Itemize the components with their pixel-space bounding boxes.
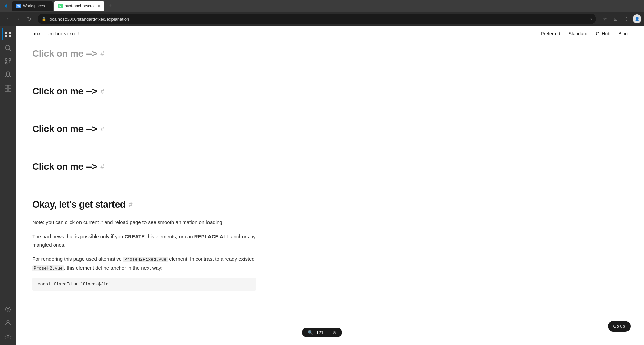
sidebar-item-remote[interactable] bbox=[2, 303, 14, 315]
svg-point-3 bbox=[9, 59, 11, 61]
anchor-link-4[interactable]: # bbox=[100, 163, 104, 171]
anchor-link-1[interactable]: # bbox=[100, 50, 104, 58]
note-text: Note: you can click on current # and rel… bbox=[32, 218, 256, 227]
address-dropdown-icon[interactable]: ▾ bbox=[590, 17, 592, 21]
paragraph-2: For rendering this page used alternative… bbox=[32, 255, 256, 272]
nav-github[interactable]: GitHub bbox=[595, 31, 610, 36]
section-heading-4: Click on me --> # bbox=[32, 161, 256, 172]
svg-point-12 bbox=[7, 335, 9, 337]
browser-chrome: W Workspaces N nuxt-anchorscroll × + ‹ ›… bbox=[0, 0, 644, 26]
section-heading-2: Click on me --> # bbox=[32, 86, 256, 97]
svg-point-11 bbox=[7, 320, 9, 323]
reload-button[interactable]: ↻ bbox=[24, 14, 34, 24]
zoom-reset-icon[interactable]: ⊙ bbox=[333, 330, 336, 335]
menu-icon[interactable]: ⋮ bbox=[622, 14, 631, 24]
address-bar[interactable]: 🔒 localhost:3000/standard/fixed/explanat… bbox=[38, 14, 596, 24]
nav-standard[interactable]: Standard bbox=[569, 31, 588, 36]
vscode-icon bbox=[3, 3, 9, 9]
workspaces-tab-label: Workspaces bbox=[23, 4, 45, 8]
svg-rect-8 bbox=[8, 89, 11, 91]
sidebar-item-search[interactable] bbox=[2, 42, 14, 54]
sidebar-item-source-control[interactable] bbox=[2, 55, 14, 67]
zoom-level: 121 bbox=[316, 330, 324, 335]
heading-5-text: Okay, let's get started bbox=[32, 199, 125, 210]
section-heading-3: Click on me --> # bbox=[32, 124, 256, 134]
site-nav: Preferred Standard GitHub Blog bbox=[541, 31, 628, 36]
zoom-bar: 🔍 121 = ⊙ bbox=[302, 328, 342, 337]
nuxt-tab-label: nuxt-anchorscroll bbox=[65, 4, 95, 8]
code-text: const fixedId = `fixed-${id` bbox=[38, 282, 111, 287]
site-header: nuxt-anchorscroll Preferred Standard Git… bbox=[16, 26, 644, 42]
svg-point-2 bbox=[5, 59, 7, 61]
nav-blog[interactable]: Blog bbox=[618, 31, 628, 36]
section-heading-1: Click on me --> # bbox=[32, 48, 256, 59]
back-button[interactable]: ‹ bbox=[3, 14, 12, 24]
nav-preferred[interactable]: Preferred bbox=[541, 31, 560, 36]
sidebar-item-debug[interactable] bbox=[2, 69, 14, 81]
app-container: nuxt-anchorscroll Preferred Standard Git… bbox=[0, 26, 644, 345]
zoom-unit: = bbox=[327, 330, 330, 335]
tab-nuxt-anchorscroll[interactable]: N nuxt-anchorscroll × bbox=[54, 1, 104, 11]
profile-avatar[interactable]: 👤 bbox=[633, 14, 641, 23]
tab-bar: W Workspaces N nuxt-anchorscroll × + bbox=[0, 0, 644, 12]
sidebar-item-settings[interactable] bbox=[2, 330, 14, 342]
bookmark-icon[interactable]: ☆ bbox=[600, 14, 610, 24]
browser-toolbar: ‹ › ↻ 🔒 localhost:3000/standard/fixed/ex… bbox=[0, 12, 644, 26]
svg-point-9 bbox=[7, 308, 9, 310]
zoom-icon: 🔍 bbox=[308, 330, 313, 335]
svg-point-10 bbox=[6, 307, 11, 312]
forward-button[interactable]: › bbox=[13, 14, 23, 24]
anchor-link-3[interactable]: # bbox=[100, 125, 104, 133]
sidebar-item-explorer[interactable] bbox=[2, 28, 14, 40]
code-block: const fixedId = `fixed-${id` bbox=[32, 278, 256, 291]
tab-workspaces[interactable]: W Workspaces bbox=[12, 1, 53, 11]
heading-1-text: Click on me --> bbox=[32, 48, 97, 59]
toolbar-right: ☆ ⊡ ⋮ 👤 bbox=[600, 14, 641, 24]
sidebar-item-extensions[interactable] bbox=[2, 82, 14, 94]
anchor-link-5[interactable]: # bbox=[129, 201, 132, 209]
workspaces-favicon: W bbox=[16, 4, 21, 8]
nuxt-favicon: N bbox=[58, 4, 63, 8]
close-tab-icon[interactable]: × bbox=[97, 3, 100, 9]
lock-icon: 🔒 bbox=[42, 17, 46, 21]
svg-rect-7 bbox=[5, 89, 8, 91]
svg-rect-6 bbox=[8, 85, 11, 88]
svg-line-1 bbox=[9, 49, 11, 51]
paragraph-1: The bad news that is possible only if yo… bbox=[32, 232, 256, 249]
go-up-button[interactable]: Go up bbox=[608, 321, 631, 332]
heading-2-text: Click on me --> bbox=[32, 86, 97, 97]
vscode-sidebar bbox=[0, 26, 16, 345]
heading-3-text: Click on me --> bbox=[32, 124, 97, 134]
site-logo: nuxt-anchorscroll bbox=[32, 31, 80, 36]
svg-rect-5 bbox=[5, 85, 8, 88]
anchor-link-2[interactable]: # bbox=[100, 88, 104, 95]
page-content: Click on me --> # Click on me --> # Clic… bbox=[16, 42, 272, 318]
svg-point-0 bbox=[6, 45, 10, 50]
main-content: nuxt-anchorscroll Preferred Standard Git… bbox=[16, 26, 644, 345]
heading-4-text: Click on me --> bbox=[32, 161, 97, 172]
extensions-icon[interactable]: ⊡ bbox=[611, 14, 620, 24]
new-tab-button[interactable]: + bbox=[106, 1, 115, 11]
url-text: localhost:3000/standard/fixed/explanatio… bbox=[49, 17, 588, 22]
sidebar-item-account[interactable] bbox=[2, 317, 14, 329]
section-heading-5: Okay, let's get started # bbox=[32, 199, 256, 210]
